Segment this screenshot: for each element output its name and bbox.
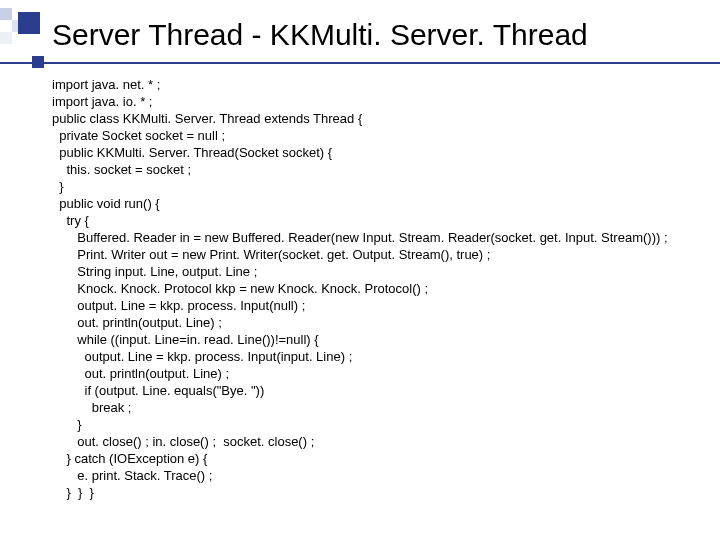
title-underline (0, 62, 720, 64)
code-block: import java. net. * ; import java. io. *… (52, 76, 704, 501)
bullet-square-icon (32, 56, 44, 68)
deco-square (0, 8, 12, 20)
slide: Server Thread - KKMulti. Server. Thread … (0, 0, 720, 540)
slide-title: Server Thread - KKMulti. Server. Thread (52, 18, 704, 52)
deco-square (0, 32, 12, 44)
deco-square (18, 12, 40, 34)
